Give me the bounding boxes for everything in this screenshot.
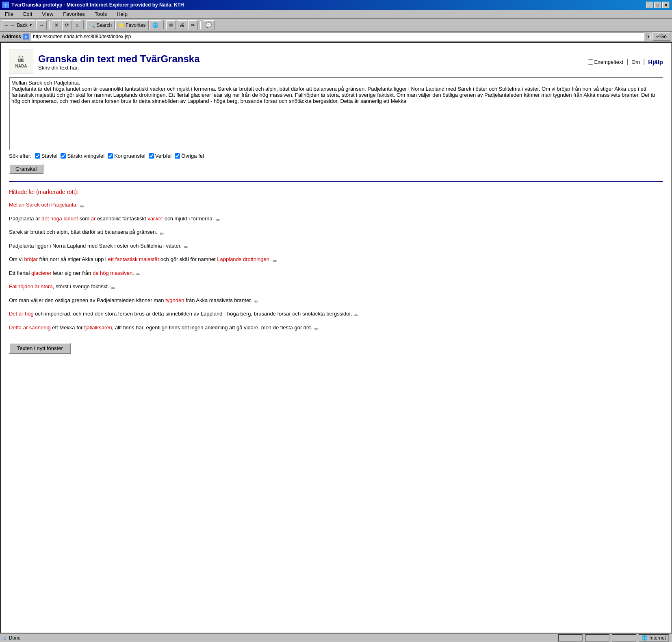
kongruensfel-checkbox[interactable] — [108, 153, 113, 159]
exempeltext-checkbox-label[interactable]: Exempeltext — [588, 59, 624, 65]
result-8-edit-icon[interactable] — [254, 298, 260, 303]
result-8-normal-1: Om man väljer den östliga grenen av Padj… — [9, 297, 165, 303]
favorites-icon: ⭐ — [118, 22, 124, 28]
address-label: Address — [2, 34, 21, 39]
address-dropdown-arrow[interactable]: ▼ — [646, 33, 651, 40]
result-10-normal-1: ett Mekka för — [51, 324, 84, 331]
ovrigafel-label[interactable]: Övriga fel — [175, 153, 204, 159]
result-5-err-2: ett fantastisk majestät — [108, 256, 159, 262]
result-2-err-2: är — [91, 215, 96, 222]
sarskrivningsfel-label[interactable]: Särskrivningsfel — [61, 153, 104, 159]
toolbar-sep-2 — [83, 21, 84, 29]
status-panel-1 — [558, 634, 583, 642]
browser-content-wrapper: 🏛 NADA Granska din text med TvärGranska … — [0, 42, 672, 633]
internet-icon: 🌐 — [642, 635, 648, 641]
stavfel-label[interactable]: Stavfel — [35, 153, 58, 159]
stop-icon: ✕ — [54, 22, 59, 28]
menu-edit[interactable]: Edit — [22, 11, 34, 17]
back-dropdown-icon[interactable]: ▼ — [29, 23, 33, 27]
result-9-normal-1: och imponerad, och med den stora forsen … — [34, 311, 352, 317]
kongruensfel-text: Kongruensfel — [114, 153, 145, 159]
result-9-err-1: Det är hög — [9, 311, 34, 317]
home-button[interactable]: ⌂ — [73, 20, 81, 30]
exempeltext-checkbox[interactable] — [588, 59, 593, 65]
status-bar: e Done 🌐 Internet — [0, 633, 672, 642]
result-para-6: Ett flertal glacierer letar sig ner från… — [9, 269, 663, 277]
back-icon: ← — [4, 22, 9, 28]
page-main-title: Granska din text med TvärGranska — [38, 53, 583, 65]
result-para-5: Om vi bröjar från norr så stiger Akka up… — [9, 255, 663, 263]
address-input[interactable] — [31, 33, 644, 41]
result-6-edit-icon[interactable] — [136, 270, 142, 276]
om-link[interactable]: Om — [631, 59, 640, 65]
result-para-4: Padjelanta ligger i Norra Lapland med Sa… — [9, 242, 663, 250]
result-3-normal: Sarek är brutalt och alpin, bäst därför … — [9, 229, 157, 235]
bottom-spacer — [9, 354, 663, 370]
verbfel-checkbox[interactable] — [149, 153, 154, 159]
sarskrivningsfel-checkbox[interactable] — [61, 153, 66, 159]
media-button[interactable]: 🌐 — [150, 20, 161, 30]
stavfel-checkbox[interactable] — [35, 153, 40, 159]
result-9-edit-icon[interactable] — [354, 311, 360, 317]
discuss-button[interactable]: 💬 — [203, 20, 215, 30]
menu-file[interactable]: File — [3, 11, 15, 17]
header-sep-2: | — [643, 58, 645, 65]
verbfel-label[interactable]: Verbfel — [149, 153, 171, 159]
toolbar-sep-1 — [49, 21, 50, 29]
ovrigafel-checkbox[interactable] — [175, 153, 180, 159]
maximize-button[interactable]: □ — [654, 2, 661, 8]
toolbar: ← ← Back ▼ → ✕ ⟳ ⌂ 🔍 Search ⭐ Favorites … — [0, 19, 672, 32]
result-4-edit-icon[interactable] — [184, 243, 190, 249]
forward-button[interactable]: → — [36, 20, 47, 30]
go-button[interactable]: ↵ Go — [652, 33, 670, 41]
result-1-edit-icon[interactable] — [80, 202, 86, 208]
result-5-normal-3: och gör skäl för namnet — [159, 256, 217, 262]
menu-view[interactable]: View — [40, 11, 55, 17]
stavfel-text: Stavfel — [41, 153, 58, 159]
edit-page-button[interactable]: ✏ — [188, 20, 198, 30]
page-header: 🏛 NADA Granska din text med TvärGranska … — [9, 50, 663, 74]
result-7-edit-icon[interactable] — [111, 284, 117, 290]
status-panel-2 — [585, 634, 609, 642]
hjalp-link[interactable]: Hjälp — [648, 59, 663, 65]
favorites-button[interactable]: ⭐ Favorites — [115, 20, 148, 30]
verbfel-text: Verbfel — [155, 153, 171, 159]
search-button[interactable]: 🔍 Search — [86, 20, 115, 30]
title-bar-buttons: _ □ ✕ — [646, 2, 670, 8]
result-10-edit-icon[interactable] — [314, 325, 320, 331]
result-6-err-2: de hög massiven — [93, 270, 132, 276]
menu-bar: File Edit View Favorites Tools Help — [0, 10, 672, 19]
menu-help[interactable]: Help — [115, 11, 129, 17]
result-5-edit-icon[interactable] — [273, 257, 279, 263]
edit-page-icon: ✏ — [191, 22, 195, 28]
result-2-err-3: vacker — [147, 215, 163, 222]
menu-tools[interactable]: Tools — [93, 11, 108, 17]
print-button[interactable]: 🖨 — [177, 20, 187, 30]
mail-button[interactable]: ✉ — [166, 20, 176, 30]
result-5-err-1: bröjar — [24, 256, 38, 262]
print-icon: 🖨 — [180, 22, 184, 28]
back-button[interactable]: ← ← Back ▼ — [2, 20, 35, 30]
result-para-7: Fallhöjden är stora, störst i sverige fa… — [9, 283, 663, 291]
mail-icon: ✉ — [169, 22, 173, 28]
result-3-edit-icon[interactable] — [160, 230, 165, 235]
text-input[interactable]: Mellan Sarek och Padjelanta. Padjelanta … — [9, 77, 663, 150]
result-6-normal-2: letar sig ner från — [52, 270, 93, 276]
result-para-1: Mellan Sarek och Padjelanta. — [9, 201, 663, 209]
close-button[interactable]: ✕ — [662, 2, 670, 8]
result-2-err-1: det höga landet — [41, 215, 78, 222]
browser-content: 🏛 NADA Granska din text med TvärGranska … — [1, 43, 671, 633]
favorites-label: Favorites — [126, 22, 145, 28]
refresh-button[interactable]: ⟳ — [62, 20, 72, 30]
minimize-button[interactable]: _ — [646, 2, 653, 8]
menu-favorites[interactable]: Favorites — [61, 11, 86, 17]
stop-button[interactable]: ✕ — [52, 20, 61, 30]
result-7-normal-1: , störst i sverige faktiskt. — [53, 283, 109, 289]
texten-i-nytt-fönster-button[interactable]: Texten i nytt fönster — [9, 343, 71, 354]
forward-icon: → — [39, 22, 44, 28]
granska-button[interactable]: Granska! — [9, 164, 43, 174]
status-zone: 🌐 Internet — [639, 634, 669, 642]
status-ie-icon: e — [3, 635, 7, 641]
kongruensfel-label[interactable]: Kongruensfel — [108, 153, 145, 159]
result-2-edit-icon[interactable] — [216, 216, 222, 222]
